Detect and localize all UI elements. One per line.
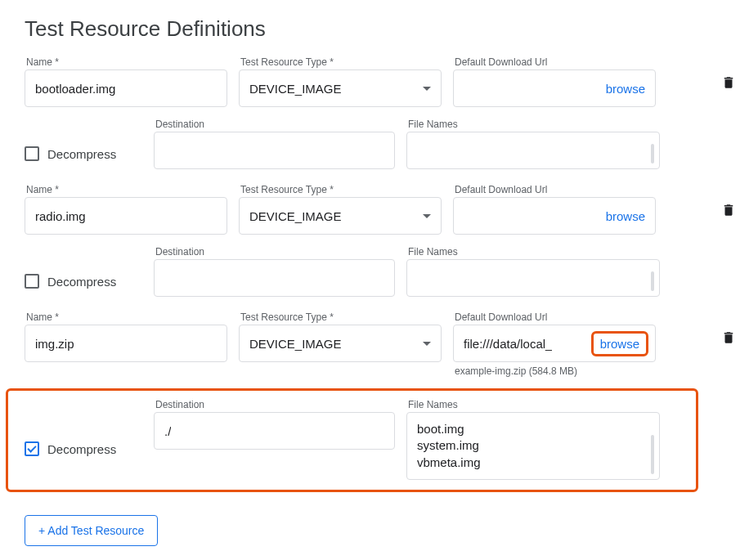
filenames-input[interactable]: boot.img system.img vbmeta.img	[406, 412, 660, 480]
trash-icon	[721, 202, 736, 218]
resource-block: Name * bootloader.img Test Resource Type…	[8, 56, 741, 169]
name-field: Name * bootloader.img	[25, 56, 227, 107]
destination-label: Destination	[154, 246, 395, 258]
destination-label: Destination	[154, 119, 395, 130]
decompress-checkbox[interactable]	[25, 274, 39, 289]
url-input[interactable]: browse	[453, 69, 656, 107]
browse-link[interactable]: browse	[606, 82, 645, 96]
url-field: Default Download Url browse	[453, 56, 656, 107]
decompress-label: Decompress	[47, 275, 116, 289]
add-test-resource-button[interactable]: + Add Test Resource	[25, 515, 158, 546]
name-label: Name *	[25, 56, 227, 68]
delete-button[interactable]	[721, 329, 736, 349]
filenames-input[interactable]	[406, 259, 660, 297]
name-label: Name *	[25, 184, 227, 195]
browse-link[interactable]: browse	[591, 331, 648, 356]
trash-icon	[721, 329, 736, 346]
chevron-down-icon	[423, 342, 431, 346]
destination-label: Destination	[154, 399, 395, 410]
decompress-label: Decompress	[47, 442, 116, 456]
url-field: Default Download Url file:///data/local_…	[453, 311, 656, 377]
destination-field: Destination ./	[154, 399, 395, 480]
name-field: Name * img.zip	[25, 311, 227, 362]
filenames-label: File Names	[406, 399, 660, 410]
name-field: Name * radio.img	[25, 184, 227, 235]
delete-button[interactable]	[721, 202, 736, 222]
chevron-down-icon	[423, 87, 431, 91]
url-field: Default Download Url browse	[453, 184, 656, 235]
filenames-label: File Names	[406, 246, 660, 258]
filenames-label: File Names	[406, 119, 660, 130]
decompress-checkbox[interactable]	[25, 146, 39, 161]
type-select[interactable]: DEVICE_IMAGE	[239, 69, 442, 107]
trash-icon	[721, 74, 736, 91]
destination-input[interactable]: ./	[154, 412, 395, 450]
url-label: Default Download Url	[453, 311, 656, 323]
browse-link[interactable]: browse	[606, 209, 645, 223]
chevron-down-icon	[423, 214, 431, 218]
name-input[interactable]: img.zip	[25, 325, 227, 362]
url-label: Default Download Url	[453, 184, 656, 195]
resource-block: Name * img.zip Test Resource Type * DEVI…	[8, 311, 741, 492]
type-label: Test Resource Type *	[239, 56, 442, 68]
destination-field: Destination	[154, 246, 395, 297]
decompress-checkbox[interactable]	[25, 441, 39, 456]
type-field: Test Resource Type * DEVICE_IMAGE	[239, 311, 442, 362]
type-select[interactable]: DEVICE_IMAGE	[239, 325, 442, 362]
resource-block: Name * radio.img Test Resource Type * DE…	[8, 184, 741, 297]
resize-handle-icon	[651, 271, 654, 291]
url-input[interactable]: browse	[453, 197, 656, 235]
filenames-field: File Names boot.img system.img vbmeta.im…	[406, 399, 660, 480]
url-input[interactable]: file:///data/local_ browse	[453, 325, 656, 362]
decompress-label: Decompress	[47, 147, 116, 161]
destination-input[interactable]	[154, 259, 395, 297]
destination-field: Destination	[154, 119, 395, 169]
type-label: Test Resource Type *	[239, 311, 442, 323]
delete-button[interactable]	[721, 74, 736, 94]
type-field: Test Resource Type * DEVICE_IMAGE	[239, 184, 442, 235]
filenames-input[interactable]	[406, 132, 660, 169]
resize-handle-icon	[651, 144, 654, 164]
page-title: Test Resource Definitions	[8, 16, 741, 42]
filenames-field: File Names	[406, 119, 660, 169]
name-input[interactable]: radio.img	[25, 197, 227, 235]
filenames-field: File Names	[406, 246, 660, 297]
type-select[interactable]: DEVICE_IMAGE	[239, 197, 442, 235]
url-helper-text: example-img.zip (584.8 MB)	[453, 365, 656, 377]
resize-handle-icon	[651, 435, 654, 474]
name-label: Name *	[25, 311, 227, 323]
url-label: Default Download Url	[453, 56, 656, 68]
type-field: Test Resource Type * DEVICE_IMAGE	[239, 56, 442, 107]
destination-input[interactable]	[154, 132, 395, 169]
type-label: Test Resource Type *	[239, 184, 442, 195]
name-input[interactable]: bootloader.img	[25, 69, 227, 107]
